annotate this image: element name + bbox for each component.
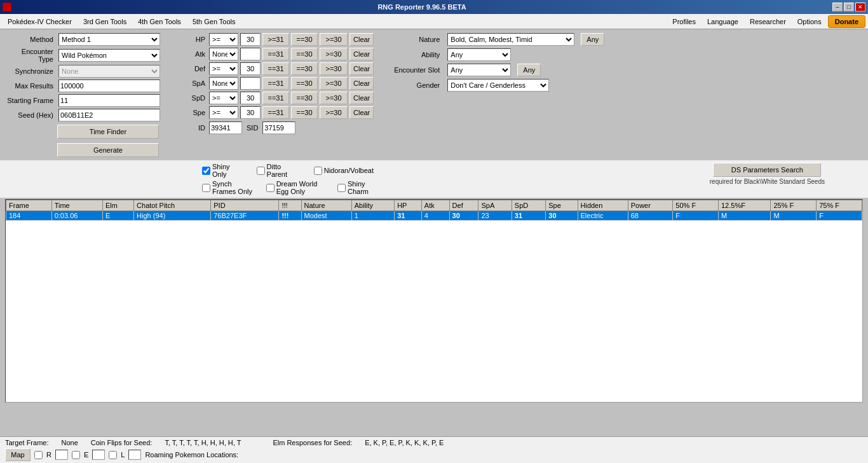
atk-gte30[interactable]: >=30: [320, 48, 348, 60]
spe-gte30[interactable]: >=30: [320, 106, 348, 119]
def-val[interactable]: [240, 62, 261, 75]
atk-val[interactable]: [240, 48, 261, 60]
generate-button[interactable]: Generate: [57, 143, 159, 157]
max-results-input[interactable]: [58, 79, 160, 92]
table-cell: !!!: [279, 211, 301, 221]
spe-compare[interactable]: >=None: [209, 106, 238, 119]
spd-compare[interactable]: >=None: [209, 92, 238, 104]
nature-any-button[interactable]: Any: [581, 33, 604, 46]
map-button[interactable]: Map: [5, 448, 31, 461]
id-input[interactable]: [209, 121, 242, 134]
hp-clear[interactable]: Clear: [349, 33, 374, 46]
table-cell: 31: [395, 211, 422, 221]
spe-val[interactable]: [240, 106, 261, 119]
maximize-button[interactable]: □: [844, 3, 854, 11]
def-compare[interactable]: >=None: [209, 62, 238, 75]
hp-val[interactable]: [240, 33, 261, 46]
nidoran-checkbox[interactable]: [314, 167, 322, 175]
table-cell: 1: [351, 211, 394, 221]
menu-gen3[interactable]: 3rd Gen Tools: [78, 17, 132, 27]
nature-select[interactable]: Bold, Calm, Modest, Timid: [447, 33, 574, 46]
seed-input[interactable]: [58, 109, 160, 121]
starting-frame-input[interactable]: [58, 94, 160, 107]
hp-eq30[interactable]: ==30: [291, 33, 318, 46]
spe-clear[interactable]: Clear: [349, 106, 374, 119]
shiny-charm-label[interactable]: Shiny Charm: [337, 180, 374, 195]
menu-options[interactable]: Options: [792, 17, 827, 27]
method-select[interactable]: Method 1: [58, 33, 160, 46]
spd-clear[interactable]: Clear: [349, 92, 374, 104]
checkboxes-area: Shiny Only Ditto Parent Nidoran/Volbeat …: [0, 160, 868, 198]
spe-row: Spe >=None ==31 ==30 >=30 Clear: [189, 106, 374, 119]
table-row[interactable]: 1840:03.06EHigh (94)76B27E3F!!!Modest131…: [6, 211, 862, 221]
def-gte30[interactable]: >=30: [320, 62, 348, 75]
spe-eq30[interactable]: ==30: [291, 106, 318, 119]
titlebar: RNG Reporter 9.96.5 BETA – □ ✕: [0, 0, 868, 14]
atk-clear[interactable]: Clear: [349, 48, 374, 60]
encounter-slot-any-button[interactable]: Any: [517, 64, 541, 76]
spe-eq31[interactable]: ==31: [262, 106, 289, 119]
ditto-parent-text: Ditto Parent: [267, 163, 301, 178]
ditto-parent-checkbox[interactable]: [257, 167, 265, 175]
encounter-select[interactable]: Wild Pokémon: [58, 49, 160, 62]
spa-eq30[interactable]: ==30: [291, 77, 318, 90]
table-container[interactable]: Frame Time Elm Chatot Pitch PID !!! Natu…: [5, 199, 863, 403]
hp-compare[interactable]: >=None: [209, 33, 238, 46]
encounter-slot-select[interactable]: Any: [447, 64, 511, 76]
dream-world-checkbox[interactable]: [266, 184, 275, 192]
l-label: L: [121, 451, 125, 459]
close-button[interactable]: ✕: [855, 3, 865, 11]
spd-gte30[interactable]: >=30: [320, 92, 348, 104]
atk-compare[interactable]: None>=: [209, 48, 238, 60]
menu-pokedex[interactable]: Pokédex-IV Checker: [3, 17, 77, 27]
menu-gen4[interactable]: 4th Gen Tools: [133, 17, 186, 27]
hp-eq31[interactable]: >=31: [262, 33, 289, 46]
gender-select[interactable]: Don't Care / Genderless: [447, 79, 549, 92]
col-pid: PID: [211, 200, 279, 211]
menu-language[interactable]: Language: [702, 17, 743, 27]
col-spe: Spe: [546, 200, 578, 211]
atk-eq30[interactable]: ==30: [291, 48, 318, 60]
spd-eq31[interactable]: ==31: [262, 92, 289, 104]
timefinder-button[interactable]: Time Finder: [57, 125, 159, 139]
l-checkbox[interactable]: [109, 451, 117, 459]
r-checkbox[interactable]: [34, 451, 43, 459]
id-label: ID: [189, 124, 207, 132]
ditto-parent-label[interactable]: Ditto Parent: [257, 163, 301, 178]
ability-select[interactable]: Any: [447, 48, 511, 61]
spd-eq30[interactable]: ==30: [291, 92, 318, 104]
spa-eq31[interactable]: ==31: [262, 77, 289, 90]
shiny-charm-checkbox[interactable]: [337, 184, 346, 192]
col-f75: 75% F: [817, 200, 862, 211]
shiny-only-checkbox[interactable]: [202, 167, 210, 175]
synch-frames-label[interactable]: Synch Frames Only: [202, 180, 254, 195]
spa-gte30[interactable]: >=30: [320, 77, 348, 90]
menu-researcher[interactable]: Researcher: [745, 17, 791, 27]
nature-label: Nature: [386, 36, 444, 43]
minimize-button[interactable]: –: [832, 3, 843, 11]
table-cell: F: [673, 211, 719, 221]
ds-params-note: required for Black\White Standard Seeds: [710, 178, 825, 185]
spa-compare[interactable]: None>=: [209, 77, 238, 90]
spa-clear[interactable]: Clear: [349, 77, 374, 90]
menu-gen5[interactable]: 5th Gen Tools: [187, 17, 241, 27]
dream-world-label[interactable]: Dream World Egg Only: [266, 180, 325, 195]
col-f25: 25% F: [771, 200, 817, 211]
sid-input[interactable]: [262, 121, 295, 134]
table-header: Frame Time Elm Chatot Pitch PID !!! Natu…: [6, 200, 862, 211]
synchronize-select[interactable]: None: [58, 65, 160, 78]
atk-eq31[interactable]: ==31: [262, 48, 289, 60]
spa-val[interactable]: [240, 77, 261, 90]
spd-val[interactable]: [240, 92, 261, 104]
menu-profiles[interactable]: Profiles: [667, 17, 701, 27]
ds-params-button[interactable]: DS Parameters Search: [713, 163, 821, 177]
synch-frames-checkbox[interactable]: [202, 184, 210, 192]
hp-gte30[interactable]: >=30: [320, 33, 348, 46]
donate-button[interactable]: Donate: [828, 15, 865, 28]
def-eq30[interactable]: ==30: [291, 62, 318, 75]
def-eq31[interactable]: ==31: [262, 62, 289, 75]
e-checkbox[interactable]: [72, 451, 80, 459]
def-clear[interactable]: Clear: [349, 62, 374, 75]
nidoran-label[interactable]: Nidoran/Volbeat: [314, 163, 374, 178]
shiny-only-label[interactable]: Shiny Only: [202, 163, 244, 178]
